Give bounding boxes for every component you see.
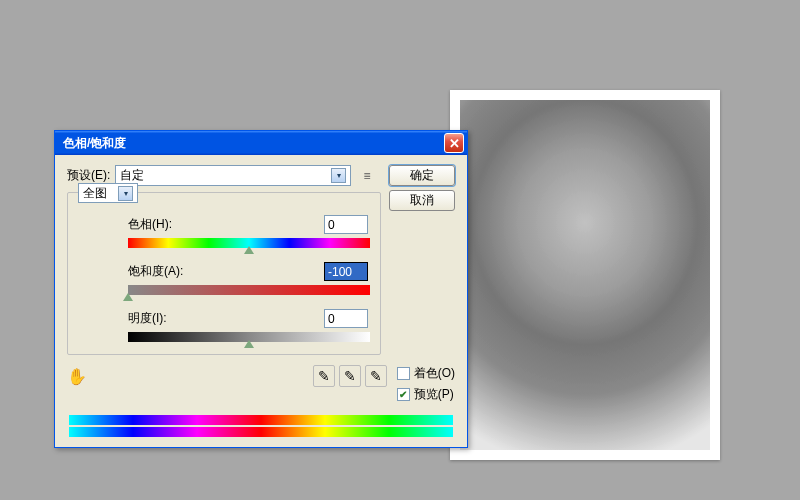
hue-strip-top — [69, 415, 453, 425]
channel-select[interactable]: 全图 ▾ — [78, 183, 138, 203]
colorize-label: 着色(O) — [414, 365, 455, 382]
dialog-title: 色相/饱和度 — [63, 135, 444, 152]
eyedropper-plus-icon[interactable]: ✎ — [339, 365, 361, 387]
saturation-label: 饱和度(A): — [128, 263, 208, 280]
saturation-slider-thumb[interactable] — [123, 293, 133, 301]
hue-slider-thumb[interactable] — [244, 246, 254, 254]
hue-slider[interactable] — [128, 238, 370, 248]
hue-reference-strips — [67, 415, 455, 437]
hue-input[interactable] — [324, 215, 368, 234]
preset-label: 预设(E): — [67, 167, 115, 184]
cancel-button[interactable]: 取消 — [389, 190, 455, 211]
hue-strip-bottom — [69, 427, 453, 437]
preview-label: 预览(P) — [414, 386, 454, 403]
lightness-row: 明度(I): — [78, 309, 370, 342]
lightness-input[interactable] — [324, 309, 368, 328]
close-button[interactable]: ✕ — [444, 133, 464, 153]
eyedropper-minus-icon[interactable]: ✎ — [365, 365, 387, 387]
preset-select[interactable]: 自定 ▾ — [115, 165, 351, 186]
preset-menu-icon[interactable]: ≡ — [359, 168, 375, 184]
preview-checkbox[interactable]: ✔ — [397, 388, 410, 401]
dialog-body: 预设(E): 自定 ▾ ≡ 全图 ▾ 色相(H): — [55, 155, 467, 447]
dialog-buttons: 确定 取消 — [389, 165, 455, 211]
colorize-checkbox[interactable] — [397, 367, 410, 380]
hand-icon[interactable]: ✋ — [67, 367, 87, 386]
lightness-slider[interactable] — [128, 332, 370, 342]
chevron-down-icon: ▾ — [118, 186, 133, 201]
hue-saturation-dialog: 色相/饱和度 ✕ 预设(E): 自定 ▾ ≡ 全图 ▾ — [54, 130, 468, 448]
preset-value: 自定 — [120, 167, 144, 184]
chevron-down-icon: ▾ — [331, 168, 346, 183]
adjustment-group: 全图 ▾ 色相(H): 饱和度(A): — [67, 192, 381, 355]
lightness-slider-thumb[interactable] — [244, 340, 254, 348]
hue-label: 色相(H): — [128, 216, 208, 233]
saturation-row: 饱和度(A): — [78, 262, 370, 295]
lightness-label: 明度(I): — [128, 310, 208, 327]
dialog-titlebar[interactable]: 色相/饱和度 ✕ — [55, 131, 467, 155]
ok-button[interactable]: 确定 — [389, 165, 455, 186]
canvas-portrait-image — [450, 90, 720, 460]
hue-row: 色相(H): — [78, 215, 370, 248]
channel-value: 全图 — [83, 185, 107, 202]
eyedropper-icon[interactable]: ✎ — [313, 365, 335, 387]
eyedropper-group: ✎ ✎ ✎ — [313, 365, 387, 387]
saturation-input[interactable] — [324, 262, 368, 281]
saturation-slider[interactable] — [128, 285, 370, 295]
checkbox-group: 着色(O) ✔ 预览(P) — [397, 365, 455, 407]
